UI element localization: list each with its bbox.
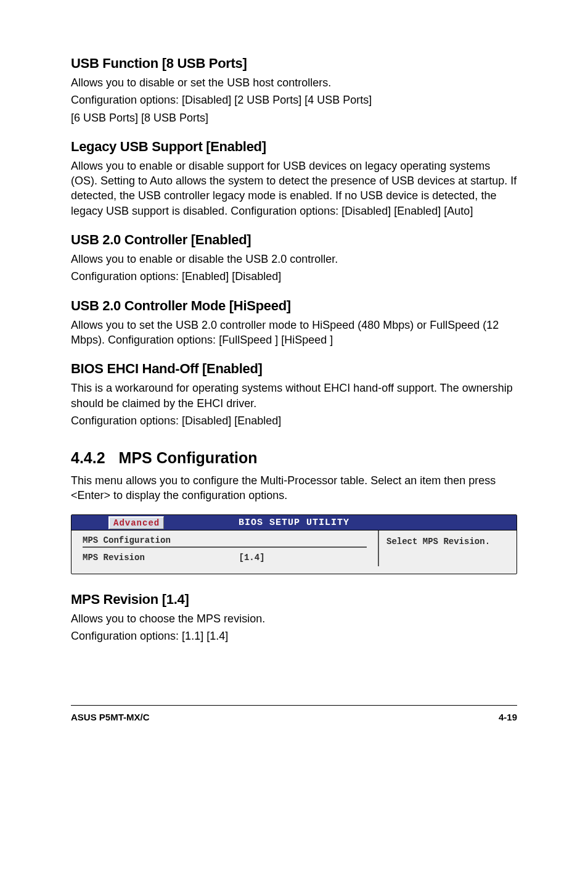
section-heading-usb20-mode: USB 2.0 Controller Mode [HiSpeed] — [71, 298, 517, 314]
section-heading-usb-function: USB Function [8 USB Ports] — [71, 56, 517, 72]
page-footer: ASUS P5MT-MX/C 4-19 — [71, 705, 517, 722]
bios-row-value: [1.4] — [239, 553, 367, 563]
body-text: Allows you to enable or disable support … — [71, 159, 517, 218]
bios-help-text: Select MPS Revision. — [386, 537, 490, 547]
section-heading-usb20-controller: USB 2.0 Controller [Enabled] — [71, 232, 517, 248]
section-heading-legacy-usb: Legacy USB Support [Enabled] — [71, 139, 517, 155]
bios-header: Advanced BIOS SETUP UTILITY — [71, 515, 517, 530]
bios-setup-screenshot: Advanced BIOS SETUP UTILITY MPS Configur… — [71, 514, 517, 574]
bios-tab-advanced: Advanced — [108, 516, 164, 529]
body-text: Allows you to enable or disable the USB … — [71, 252, 517, 266]
section-heading-mps-revision: MPS Revision [1.4] — [71, 592, 517, 608]
section-heading-bios-ehci: BIOS EHCI Hand-Off [Enabled] — [71, 361, 517, 377]
body-text: This is a workaround for operating syste… — [71, 381, 517, 411]
body-text: Allows you to set the USB 2.0 controller… — [71, 318, 517, 348]
body-text: Configuration options: [Disabled] [2 USB… — [71, 93, 517, 107]
footer-product: ASUS P5MT-MX/C — [71, 712, 150, 722]
bios-title: BIOS SETUP UTILITY — [239, 518, 349, 528]
body-text: This menu allows you to configure the Mu… — [71, 473, 517, 503]
bios-left-pane: MPS Configuration MPS Revision [1.4] — [71, 530, 378, 566]
body-text: [6 USB Ports] [8 USB Ports] — [71, 110, 517, 125]
body-text: Configuration options: [Enabled] [Disabl… — [71, 269, 517, 284]
chapter-number: 4.4.2 — [71, 449, 105, 467]
bios-config-title: MPS Configuration — [83, 535, 367, 548]
body-text: Configuration options: [Disabled] [Enabl… — [71, 413, 517, 428]
footer-page-number: 4-19 — [499, 712, 517, 722]
chapter-title: MPS Configuration — [119, 449, 258, 467]
bios-help-pane: Select MPS Revision. — [378, 530, 517, 566]
body-text: Configuration options: [1.1] [1.4] — [71, 629, 517, 643]
bios-row-label: MPS Revision — [83, 553, 239, 563]
body-text: Allows you to choose the MPS revision. — [71, 611, 517, 626]
bios-columns: MPS Configuration MPS Revision [1.4] Sel… — [71, 530, 517, 566]
chapter-heading-mps: 4.4.2 MPS Configuration — [71, 449, 517, 467]
body-text: Allows you to disable or set the USB hos… — [71, 75, 517, 90]
bios-row-mps-revision: MPS Revision [1.4] — [83, 551, 367, 564]
